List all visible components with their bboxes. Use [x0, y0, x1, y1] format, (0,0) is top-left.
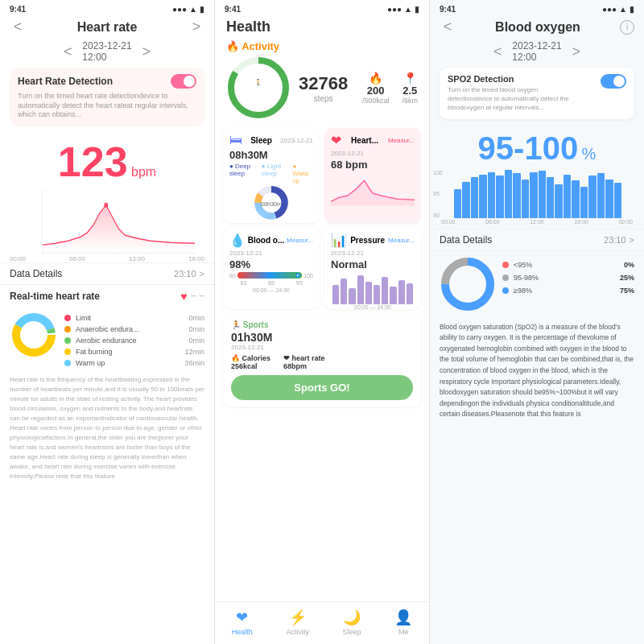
heart-rate-toggle[interactable] [171, 74, 196, 89]
bp-bar-3 [349, 288, 355, 304]
spo2-toggle[interactable] [601, 74, 626, 89]
heart-card-title: Heart... [351, 136, 378, 145]
spo2-chart [451, 170, 625, 218]
calories-distance: 🔥 200 /500kcal 📍 2.5 /6km [362, 72, 418, 105]
p3-date-back[interactable]: < [489, 43, 506, 60]
p3-data-details-right: 23:10 > [604, 235, 634, 245]
legend-dot-fat [64, 349, 71, 355]
heart-chart [42, 189, 195, 254]
heart-card[interactable]: ❤ Heart... Measur... 2023-12-21 68 bpm [324, 128, 421, 223]
heart-icon: ♥ [180, 290, 187, 303]
spo2-desc: Turn on the timed blood oxygen detection… [448, 85, 578, 113]
p3-header: < Blood oxygen i [430, 15, 644, 39]
spo2-b14 [564, 175, 571, 218]
pressure-measure[interactable]: Measur... [388, 237, 415, 244]
blood-measure[interactable]: Measur... [287, 237, 313, 244]
sleep-card-title: Sleep [250, 136, 272, 145]
time-1: 9:41 [10, 5, 26, 14]
header-1: < Heart rate > [0, 15, 214, 39]
heart-card-chart [331, 172, 415, 204]
heart-measure[interactable]: Measur... [388, 137, 415, 144]
status-icons-1: ●●● ▲ ▮ [172, 5, 204, 14]
p3-info-text: Blood oxygen saturation (SpO2) is a meas… [430, 317, 644, 425]
data-details-right: 23:10 > [174, 269, 204, 279]
spo2-b9 [522, 180, 529, 218]
bp-bar-2 [341, 279, 347, 304]
blood-bar-indicator [295, 273, 300, 278]
date-back[interactable]: < [60, 43, 76, 60]
sports-icon: 🏃 [231, 320, 241, 329]
blood-bar-ticks: 838595 [229, 280, 313, 286]
spo2-unit: % [582, 145, 597, 163]
phone-health: 9:41 ●●● ▲ ▮ Health 🔥 Activity 🚶 32768 [215, 0, 430, 644]
page-title-1: Heart rate [26, 20, 188, 35]
bp-bar-1 [332, 285, 339, 304]
spo2-b4 [479, 175, 486, 218]
steps-info: 32768 steps [299, 73, 348, 103]
p3-dot-ge98 [502, 287, 509, 294]
p3-legend-lt95: <95% 0% [502, 261, 634, 269]
date-forward[interactable]: > [138, 43, 155, 60]
nav-health[interactable]: ❤ Health [232, 609, 253, 636]
sports-stats: 🔥 Calories 256kcal ❤ heart rate 68bpm [231, 354, 413, 370]
forward-arrow-1[interactable]: > [188, 19, 204, 35]
p3-dot-95-98 [502, 275, 509, 281]
spo2-b1 [454, 189, 461, 218]
info-icon[interactable]: i [620, 20, 634, 35]
spo2-b12 [547, 177, 554, 218]
p3-date-forward[interactable]: > [568, 43, 584, 60]
nav-me[interactable]: 👤 Me [394, 609, 412, 636]
spo2-b6 [496, 175, 503, 218]
nav-sleep[interactable]: 🌙 Sleep [343, 609, 361, 636]
calories-item: 🔥 200 /500kcal [362, 72, 390, 105]
steps-label: steps [299, 94, 348, 103]
location-icon: 📍 [402, 72, 418, 85]
donut-chart [10, 311, 58, 359]
blood-card-header: 💧 Blood o... Measur... [229, 233, 313, 248]
calories-icon-small: 🔥 Calories [231, 354, 270, 362]
heart-card-svg [331, 172, 415, 206]
phone-heartrate: 9:41 ●●● ▲ ▮ < Heart rate > < 2023-12-21… [0, 0, 215, 644]
distance-value: 2.5 [402, 85, 418, 97]
spo2-label: SPO2 Detection [448, 74, 601, 84]
p3-title: Blood oxygen [495, 20, 580, 35]
bpm-value: 123 [58, 138, 128, 185]
sports-header: 🏃 Sports [231, 320, 413, 329]
status-bar-3: 9:41 ●●● ▲ ▮ [430, 0, 644, 15]
p3-legend-section: <95% 0% 95-98% 25% ≥98% 75% [430, 251, 644, 317]
nav-activity[interactable]: ⚡ Activity [286, 609, 309, 636]
p3-data-details-label: Data Details [440, 234, 492, 246]
toggle-label: Heart Rate Detection [18, 76, 113, 87]
sleep-card[interactable]: 🛏 Sleep 2023-12-21 08h30M ● Deep sleep ●… [223, 128, 320, 223]
legend-item-limit: Limit 0min [64, 314, 204, 322]
chart-x-labels: 00:00 06:00 12:00 18:00 [0, 254, 214, 262]
p3-data-details[interactable]: Data Details 23:10 > [430, 229, 644, 251]
toggle-desc: Turn on the timed heart rate detectionde… [18, 92, 196, 120]
spo2-b16 [580, 187, 588, 218]
legend-dot-warmup [64, 360, 71, 366]
date-row-1: < 2023-12-21 12:00 > [0, 39, 214, 68]
data-details-row[interactable]: Data Details 23:10 > [0, 262, 214, 285]
pressure-chart: 00:00 — 24:00 [331, 272, 415, 304]
sports-go-button[interactable]: Sports GO! [231, 375, 413, 400]
data-details-label: Data Details [10, 268, 62, 279]
spo2-range: 95-100 [478, 130, 579, 166]
p3-back[interactable]: < [440, 19, 456, 35]
pressure-time: 00:00 — 24:00 [331, 304, 415, 310]
blood-oxygen-card[interactable]: 💧 Blood o... Measur... 2023-12-21 98% 80… [223, 228, 320, 309]
legend-dot-limit [64, 315, 71, 321]
legend-dot-anaerobic [64, 326, 71, 332]
spo2-b11 [539, 171, 546, 218]
bp-bar-9 [398, 280, 405, 304]
pressure-card[interactable]: 📊 Pressure Measur... 2023-12-21 Normal [324, 228, 421, 309]
blood-card-title: Blood o... [248, 236, 285, 245]
activity-section: 🔥 Activity 🚶 32768 steps 🔥 200 /500kcal [215, 37, 429, 123]
sports-duration: 01h30M [231, 331, 413, 344]
nav-health-label: Health [232, 628, 253, 636]
back-arrow-1[interactable]: < [10, 19, 26, 35]
minus-icon-2: – [199, 290, 204, 303]
realtime-label: Real-time heart rate [10, 291, 100, 302]
date-1: 2023-12-21 12:00 [82, 40, 131, 63]
activity-ring: 🚶 [226, 56, 291, 120]
distance-item: 📍 2.5 /6km [402, 72, 418, 105]
